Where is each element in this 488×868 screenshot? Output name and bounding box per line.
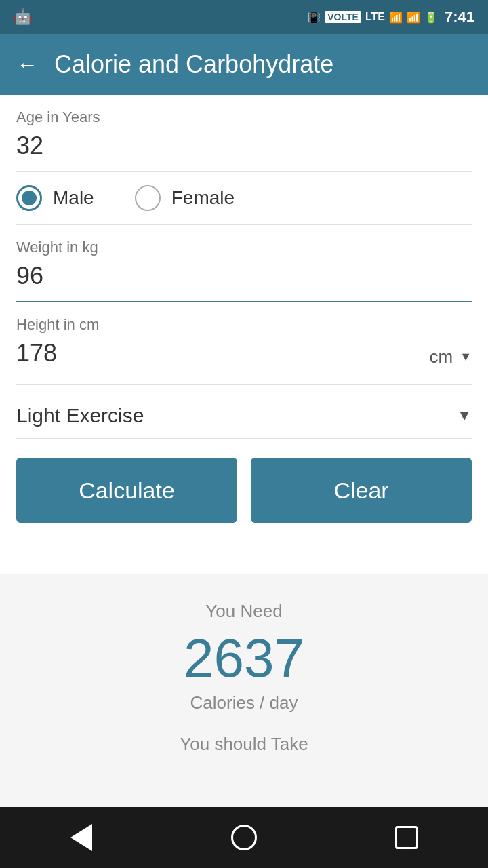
you-should-label: You should Take xyxy=(16,734,472,755)
calculate-button[interactable]: Calculate xyxy=(16,458,237,523)
back-button[interactable]: ← xyxy=(16,52,38,77)
exercise-arrow: ▼ xyxy=(457,407,472,425)
male-radio[interactable] xyxy=(16,185,42,211)
female-option[interactable]: Female xyxy=(135,185,235,211)
vibrate-icon: 📳 xyxy=(307,11,321,24)
weight-value[interactable]: 96 xyxy=(16,262,472,294)
male-option[interactable]: Male xyxy=(16,185,94,211)
status-icons: 📳 VOLTE LTE 📶 📶 🔋 xyxy=(307,11,438,24)
height-value-area: 178 xyxy=(16,339,179,372)
exercise-dropdown[interactable]: Light Exercise ▼ xyxy=(16,404,472,427)
lte-icon: LTE xyxy=(365,11,385,23)
app-bar: ← Calorie and Carbohydrate xyxy=(0,34,488,95)
weight-field-group: Weight in kg 96 xyxy=(16,225,472,302)
height-unit-arrow: ▼ xyxy=(460,350,472,364)
height-unit-text: cm xyxy=(430,347,453,368)
nav-home-button[interactable] xyxy=(224,817,264,858)
male-radio-inner xyxy=(22,191,37,205)
calories-value: 2637 xyxy=(16,629,472,688)
time-display: 7:41 xyxy=(445,8,474,26)
status-right: 📳 VOLTE LTE 📶 📶 🔋 7:41 xyxy=(307,8,474,26)
gender-row: Male Female xyxy=(16,172,472,225)
age-value[interactable]: 32 xyxy=(16,132,472,164)
home-nav-icon xyxy=(231,825,257,850)
calories-label: Calories / day xyxy=(16,692,472,713)
main-content: Age in Years 32 Male Female Weight in kg… xyxy=(0,95,488,574)
nav-recents-button[interactable] xyxy=(386,817,427,858)
female-label: Female xyxy=(171,187,235,209)
signal-icon1: 📶 xyxy=(389,11,403,24)
height-unit-dropdown[interactable]: cm ▼ xyxy=(336,347,472,372)
status-left: 🤖 xyxy=(14,8,32,26)
status-bar: 🤖 📳 VOLTE LTE 📶 📶 🔋 7:41 xyxy=(0,0,488,34)
recents-nav-icon xyxy=(395,826,418,849)
weight-label: Weight in kg xyxy=(16,239,472,256)
age-label: Age in Years xyxy=(16,108,472,126)
clear-button[interactable]: Clear xyxy=(251,458,472,523)
android-icon: 🤖 xyxy=(14,8,32,26)
height-value[interactable]: 178 xyxy=(16,339,179,372)
age-field-group: Age in Years 32 xyxy=(16,95,472,172)
exercise-section: Light Exercise ▼ xyxy=(16,385,472,439)
height-field-group: Height in cm 178 cm ▼ xyxy=(16,302,472,385)
battery-icon: 🔋 xyxy=(424,11,438,24)
bottom-nav xyxy=(0,807,488,868)
volte-badge: VOLTE xyxy=(325,11,361,23)
male-label: Male xyxy=(53,187,94,209)
exercise-label: Light Exercise xyxy=(16,404,144,427)
results-section: You Need 2637 Calories / day You should … xyxy=(0,574,488,807)
app-title: Calorie and Carbohydrate xyxy=(54,50,333,79)
you-need-label: You Need xyxy=(16,601,472,622)
signal-icon2: 📶 xyxy=(407,11,420,24)
female-radio[interactable] xyxy=(135,185,161,211)
height-label: Height in cm xyxy=(16,316,472,334)
height-row: 178 cm ▼ xyxy=(16,339,472,378)
back-nav-icon xyxy=(70,824,92,851)
nav-back-button[interactable] xyxy=(61,817,102,858)
buttons-row: Calculate Clear xyxy=(16,439,472,542)
